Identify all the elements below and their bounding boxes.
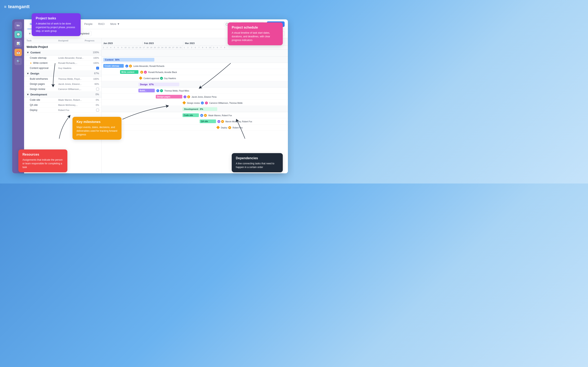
callout-key-milestones-text: Major events, dates, decisions, and deli… — [77, 125, 117, 136]
gantt-wireframes-avatars: T F Theresa Webb, Floyd Miles — [156, 89, 189, 92]
callout-project-tasks-text: A detailed list of work to be done organ… — [36, 22, 77, 33]
gantt-code-site-row: Code site W R Wade Warren, Robert Fox — [102, 112, 288, 118]
callout-dependencies-text: A line connecting tasks that need to hap… — [236, 162, 279, 169]
gantt-qa-bar: QA site — [200, 119, 216, 123]
task-deploy: Deploy Robert Fox — [24, 108, 102, 113]
gantt-project-row — [102, 50, 288, 57]
callout-resources-text: Assignments that indicate the person or … — [22, 158, 63, 169]
callout-key-milestones: Key milestones Major events, dates, deci… — [72, 117, 121, 140]
logo-bar: ≡ teamgantt — [4, 4, 30, 9]
gantt-design-bar: Design 67% — [138, 83, 179, 86]
avatar-wade: W — [200, 114, 203, 117]
gantt-sitemap-row: Create sitemap L R Leslie Alexander, Ron… — [102, 63, 288, 69]
tab-more[interactable]: More ▼ — [108, 19, 122, 29]
star-icon: ★ — [30, 62, 32, 64]
project-name: Website Project — [24, 43, 102, 50]
callout-dependencies-title: Dependencies — [236, 156, 279, 160]
tab-people[interactable]: People — [82, 19, 95, 29]
gantt-code-site-avatars: W R Wade Warren, Robert Fox — [200, 114, 232, 117]
gantt-milestone-deploy — [216, 126, 220, 129]
phase-content-progress: 100% — [85, 51, 99, 54]
chevron-icon: ▼ — [26, 93, 29, 96]
avatar-eleanor: E — [187, 95, 190, 99]
gantt-days-header: 2 3 4 5 6 9 10 11 12 13 16 17 18 19 — [102, 45, 288, 50]
menu-icon: ≡ — [29, 32, 31, 35]
avatar-theresa2: T — [205, 101, 208, 105]
phase-design-progress: 67% — [85, 72, 99, 75]
task-design-review: Design review Cameron Williamson,... — [24, 87, 102, 92]
chevron-icon: ▼ — [26, 72, 29, 75]
sidebar-item-chat[interactable]: 💬 — [15, 31, 22, 38]
col-task: Task — [26, 39, 58, 42]
tab-raci[interactable]: RACI — [96, 19, 107, 29]
month-jan: Jan 2023 — [102, 41, 143, 45]
gantt-content-approval-label: Content approval G Guy Hawkins — [144, 77, 176, 80]
avatar-jacob: J — [183, 95, 187, 99]
gantt-deploy-label: Deploy R Robert Fox — [221, 126, 243, 129]
logo-icon: ≡ — [4, 4, 7, 9]
callout-project-tasks: Project tasks A detailed list of work to… — [32, 13, 81, 36]
gantt-wireframes-bar: Build... — [138, 89, 155, 92]
task-list-header: Task Assigned Progress — [24, 38, 102, 43]
avatar-marvin: M — [217, 120, 221, 123]
task-content-approval: Content approval Guy Hawkins ✓ — [24, 66, 102, 71]
phase-content-header[interactable]: ▼ Content 100% — [24, 50, 102, 55]
callout-project-schedule-title: Project schedule — [232, 26, 279, 29]
task-write-content: ★ Write content Ronald Richards,... 100% — [24, 60, 102, 66]
avatar-floyd: F — [160, 89, 163, 92]
task-code-site: Code site Wade Warren, Robert... 0% — [24, 98, 102, 103]
phase-dev-header[interactable]: ▼ Development 0% — [24, 92, 102, 98]
callout-dependencies: Dependencies A line connecting tasks tha… — [232, 153, 283, 172]
sidebar-item-calendar[interactable]: 📅 — [15, 49, 22, 56]
month-mar: Mar 2023 — [183, 41, 224, 45]
callout-project-schedule: Project schedule A visual timeline of ta… — [228, 22, 283, 45]
task-qa-site: QA site Marvin McKinney,... 0% — [24, 103, 102, 108]
gantt-qa-row: QA site M R Marvin McKinney, Robert Fox — [102, 118, 288, 124]
avatar-theresa: T — [156, 89, 159, 92]
avatar-cameron: C — [201, 101, 204, 105]
month-feb: Feb 2023 — [143, 41, 183, 45]
callout-project-schedule-text: A visual timeline of task start dates, d… — [232, 31, 279, 42]
gantt-sitemap-bar: Create sitemap — [103, 64, 124, 68]
phase-dev-progress: 0% — [85, 93, 99, 96]
task-build-wireframes: Build wireframes Theresa Webb, Floyd... … — [24, 76, 102, 82]
gantt-deploy-row: Deploy R Robert Fox — [102, 124, 288, 131]
sidebar-item-search[interactable]: 🔍 — [15, 58, 22, 65]
gantt-wireframes-row: Build... T F Theresa Webb, Floyd Miles — [102, 87, 288, 94]
deploy-checkbox[interactable] — [96, 109, 99, 111]
callout-key-milestones-title: Key milestones — [77, 120, 117, 124]
design-review-checkbox[interactable] — [96, 88, 99, 91]
col-assignee: Assigned — [58, 39, 85, 42]
avatar-robert: R — [204, 114, 207, 117]
content-approval-checkbox[interactable]: ✓ — [96, 67, 99, 69]
gantt-write-content-row: Write content R A Ronald Richards, Annet… — [102, 69, 288, 75]
avatar-leslie: L — [125, 64, 129, 68]
callout-resources-title: Resources — [22, 153, 63, 156]
gantt-write-content-bar: Write content — [120, 70, 138, 74]
avatar-annette: A — [144, 71, 147, 74]
sidebar-item-chart[interactable]: 📊 — [15, 40, 22, 47]
avatar-robert2: R — [221, 120, 224, 123]
gantt-design-pages-bar: Design pages — [156, 95, 182, 99]
avatar-ronald2: R — [140, 71, 143, 74]
avatar-robert3: R — [228, 126, 231, 129]
task-create-sitemap: Create sitemap Leslie Alexander, Ronal..… — [24, 55, 102, 60]
gantt-design-pages-row: Design pages J E Jacob Jones, Eleanor Pe… — [102, 94, 288, 100]
gantt-design-review-label: Design review C T Cameron Williamson, Th… — [187, 101, 242, 105]
sidebar-item-me[interactable]: Me — [15, 22, 22, 29]
logo-text: teamgantt — [8, 4, 30, 9]
gantt-qa-avatars: M R Marvin McKinney, Robert Fox — [217, 120, 252, 123]
avatar-guy: G — [160, 77, 163, 80]
gantt-design-pages-avatars: J E Jacob Jones, Eleanor Pena — [183, 95, 216, 99]
chevron-icon: ▼ — [26, 51, 29, 54]
phase-dev-name: ▼ Development — [26, 93, 58, 96]
gantt-sitemap-avatars: L R Leslie Alexander, Ronald Richards — [125, 64, 164, 68]
callout-resources: Resources Assignments that indicate the … — [18, 150, 67, 172]
phase-design-header[interactable]: ▼ Design 67% — [24, 71, 102, 76]
task-design-pages: Design pages Jacob Jones, Eleanor... 60% — [24, 82, 102, 87]
phase-content-name: ▼ Content — [26, 51, 58, 54]
gantt-content-bar: Content 56% — [103, 58, 154, 62]
gantt-write-content-avatars: R A Ronald Richards, Annette Black — [140, 71, 177, 74]
gantt-dev-bar: Development 0% — [182, 107, 217, 111]
gantt-content-phase-row: Content 56% — [102, 57, 288, 63]
